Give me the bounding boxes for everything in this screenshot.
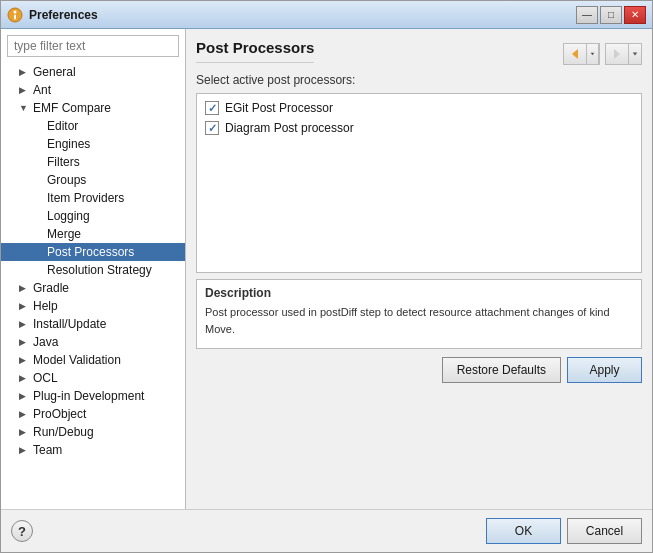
checkmark-icon: ✓ — [208, 122, 217, 135]
sidebar-item-install-update[interactable]: ▶ Install/Update — [1, 315, 185, 333]
sidebar-item-merge[interactable]: Merge — [1, 225, 185, 243]
bottom-left: ? — [11, 520, 33, 542]
action-buttons: Restore Defaults Apply — [196, 357, 642, 383]
egit-checkbox[interactable]: ✓ — [205, 101, 219, 115]
help-button[interactable]: ? — [11, 520, 33, 542]
expand-arrow: ▶ — [19, 319, 33, 329]
main-panel: Post Processors — [186, 29, 652, 509]
description-text: Post processor used in postDiff step to … — [205, 304, 633, 337]
sidebar-item-team[interactable]: ▶ Team — [1, 441, 185, 459]
window-icon — [7, 7, 23, 23]
sidebar-item-emf-compare[interactable]: ▼ EMF Compare — [1, 99, 185, 117]
svg-marker-6 — [633, 53, 638, 56]
back-button[interactable] — [564, 44, 587, 64]
sidebar-item-label: EMF Compare — [33, 101, 111, 115]
sidebar-item-engines[interactable]: Engines — [1, 135, 185, 153]
expand-arrow: ▶ — [19, 85, 33, 95]
sidebar-item-logging[interactable]: Logging — [1, 207, 185, 225]
forward-button[interactable] — [606, 44, 629, 64]
restore-defaults-button[interactable]: Restore Defaults — [442, 357, 561, 383]
sidebar-item-label: Groups — [47, 173, 86, 187]
sidebar-item-label: ProObject — [33, 407, 86, 421]
diagram-checkbox[interactable]: ✓ — [205, 121, 219, 135]
sidebar-item-label: Gradle — [33, 281, 69, 295]
nav-area — [563, 43, 642, 65]
sidebar-item-label: Engines — [47, 137, 90, 151]
sidebar-item-filters[interactable]: Filters — [1, 153, 185, 171]
expand-arrow: ▶ — [19, 355, 33, 365]
svg-marker-3 — [572, 49, 578, 59]
close-button[interactable]: ✕ — [624, 6, 646, 24]
title-bar-buttons: — □ ✕ — [576, 6, 646, 24]
sidebar-item-help[interactable]: ▶ Help — [1, 297, 185, 315]
sidebar-item-label: Ant — [33, 83, 51, 97]
sidebar-item-label: Model Validation — [33, 353, 121, 367]
expand-arrow: ▶ — [19, 373, 33, 383]
processor-item-diagram[interactable]: ✓ Diagram Post processor — [197, 118, 641, 138]
sidebar-item-label: Item Providers — [47, 191, 124, 205]
sidebar-item-label: Team — [33, 443, 62, 457]
sidebar-item-label: Run/Debug — [33, 425, 94, 439]
sidebar-item-ocl[interactable]: ▶ OCL — [1, 369, 185, 387]
expand-arrow: ▶ — [19, 337, 33, 347]
expand-arrow: ▶ — [19, 445, 33, 455]
sidebar-item-ant[interactable]: ▶ Ant — [1, 81, 185, 99]
diagram-label: Diagram Post processor — [225, 121, 354, 135]
sidebar-item-resolution-strategy[interactable]: Resolution Strategy — [1, 261, 185, 279]
sidebar-item-java[interactable]: ▶ Java — [1, 333, 185, 351]
sidebar-item-model-validation[interactable]: ▶ Model Validation — [1, 351, 185, 369]
svg-marker-4 — [591, 53, 595, 56]
ok-button[interactable]: OK — [486, 518, 561, 544]
sidebar-item-label: Help — [33, 299, 58, 313]
sidebar-item-label: Post Processors — [47, 245, 134, 259]
apply-button[interactable]: Apply — [567, 357, 642, 383]
processor-item-egit[interactable]: ✓ EGit Post Processor — [197, 98, 641, 118]
select-label: Select active post processors: — [196, 73, 642, 87]
svg-rect-2 — [14, 14, 16, 19]
checkmark-icon: ✓ — [208, 102, 217, 115]
sidebar-item-groups[interactable]: Groups — [1, 171, 185, 189]
expand-arrow: ▶ — [19, 67, 33, 77]
title-bar: Preferences — □ ✕ — [1, 1, 652, 29]
preferences-window: Preferences — □ ✕ ▶ General ▶ Ant — [0, 0, 653, 553]
bottom-right: OK Cancel — [486, 518, 642, 544]
sidebar-item-plugin-development[interactable]: ▶ Plug-in Development — [1, 387, 185, 405]
sidebar-item-label: Resolution Strategy — [47, 263, 152, 277]
back-dropdown[interactable] — [587, 44, 599, 64]
expand-arrow: ▶ — [19, 283, 33, 293]
sidebar-item-label: Filters — [47, 155, 80, 169]
sidebar-item-run-debug[interactable]: ▶ Run/Debug — [1, 423, 185, 441]
tree-container: ▶ General ▶ Ant ▼ EMF Compare Editor — [1, 63, 185, 509]
panel-title: Post Processors — [196, 39, 314, 63]
content-area: ▶ General ▶ Ant ▼ EMF Compare Editor — [1, 29, 652, 509]
svg-point-1 — [14, 10, 17, 13]
maximize-button[interactable]: □ — [600, 6, 622, 24]
window-title: Preferences — [29, 8, 576, 22]
sidebar-item-editor[interactable]: Editor — [1, 117, 185, 135]
sidebar-item-label: Plug-in Development — [33, 389, 144, 403]
expand-arrow: ▶ — [19, 301, 33, 311]
bottom-bar: ? OK Cancel — [1, 509, 652, 552]
egit-label: EGit Post Processor — [225, 101, 333, 115]
sidebar-item-label: Editor — [47, 119, 78, 133]
sidebar-item-general[interactable]: ▶ General — [1, 63, 185, 81]
expand-arrow: ▶ — [19, 427, 33, 437]
description-box: Description Post processor used in postD… — [196, 279, 642, 349]
filter-input[interactable] — [7, 35, 179, 57]
sidebar-item-post-processors[interactable]: Post Processors — [1, 243, 185, 261]
sidebar-item-label: Install/Update — [33, 317, 106, 331]
minimize-button[interactable]: — — [576, 6, 598, 24]
forward-dropdown[interactable] — [629, 44, 641, 64]
panel-top: Post Processors — [196, 39, 642, 69]
expand-arrow: ▼ — [19, 103, 33, 113]
sidebar: ▶ General ▶ Ant ▼ EMF Compare Editor — [1, 29, 186, 509]
sidebar-item-label: Logging — [47, 209, 90, 223]
sidebar-item-label: OCL — [33, 371, 58, 385]
expand-arrow: ▶ — [19, 409, 33, 419]
svg-marker-5 — [614, 49, 620, 59]
sidebar-item-label: Merge — [47, 227, 81, 241]
sidebar-item-proobject[interactable]: ▶ ProObject — [1, 405, 185, 423]
sidebar-item-item-providers[interactable]: Item Providers — [1, 189, 185, 207]
cancel-button[interactable]: Cancel — [567, 518, 642, 544]
sidebar-item-gradle[interactable]: ▶ Gradle — [1, 279, 185, 297]
